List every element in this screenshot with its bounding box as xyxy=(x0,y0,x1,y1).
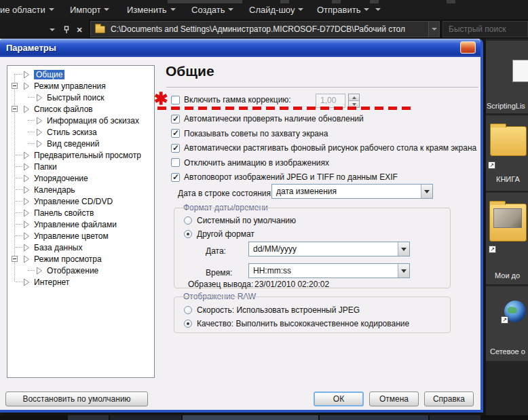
tree-arrow-icon xyxy=(23,174,30,183)
tree-item[interactable]: Режим управления xyxy=(9,80,153,92)
tree-item[interactable]: Предварительный просмотр xyxy=(9,149,153,161)
time-format-combobox[interactable]: HH:mm:ss xyxy=(248,263,410,278)
general-checkbox-list: Автоматически проверять наличие обновлен… xyxy=(171,113,476,187)
checkbox-row[interactable]: Автоматически проверять наличие обновлен… xyxy=(171,113,476,124)
checkbox[interactable] xyxy=(171,129,180,138)
tree-item[interactable]: Управление файлами xyxy=(9,218,153,230)
tree-item[interactable]: База данных xyxy=(9,242,153,253)
tree-item[interactable]: Управление цветом xyxy=(9,230,153,242)
radio-button[interactable] xyxy=(184,320,192,328)
checkbox[interactable] xyxy=(171,115,180,123)
combobox-dropdown-button[interactable] xyxy=(421,185,432,198)
tree-item[interactable]: Интернет xyxy=(9,276,153,288)
tree-item[interactable]: Управление CD/DVD xyxy=(9,195,153,207)
tree-item[interactable]: Режим просмотра xyxy=(9,253,153,265)
radio-label: Качество: Выполнить высококачественное к… xyxy=(197,319,409,328)
status-date-combobox[interactable]: дата изменения xyxy=(271,184,433,199)
raw-display-groupbox: Скорость: Использовать встроенный JPEG К… xyxy=(174,297,451,333)
file-tile-kniga[interactable]: КНИГА xyxy=(486,115,528,191)
chevron-down-icon xyxy=(364,8,369,11)
collapse-minus-icon[interactable] xyxy=(12,83,18,89)
file-tile-scripting[interactable]: ScriptingLis xyxy=(486,41,528,113)
checkbox-row[interactable]: Автоповорот изображений JPEG и TIFF по д… xyxy=(171,172,476,183)
checkbox-row[interactable]: Показывать советы по захвату экрана xyxy=(171,128,476,139)
tree-item-label: Предварительный просмотр xyxy=(34,151,141,160)
chevron-down-icon xyxy=(432,28,437,31)
address-dropdown-button[interactable] xyxy=(428,22,439,37)
quick-search-input[interactable] xyxy=(443,22,527,37)
radio-custom-format[interactable]: Другой формат xyxy=(184,229,254,240)
combobox-value: дата изменения xyxy=(272,187,337,196)
menu-item-send[interactable]: Отправить xyxy=(317,3,369,16)
file-tile-my-documents[interactable]: Мои до xyxy=(486,193,528,284)
combobox-dropdown-button[interactable] xyxy=(398,242,409,256)
checkbox-row[interactable]: Автоматически растягивать фоновый рисуно… xyxy=(171,142,476,153)
tree-item-label: Календарь xyxy=(34,185,75,195)
checkbox-row[interactable]: Отключить анимацию в изображениях xyxy=(171,157,476,168)
radio-button[interactable] xyxy=(184,216,192,225)
toolbar-remnant xyxy=(447,0,455,3)
pin-button[interactable] xyxy=(62,25,71,35)
tree-item[interactable]: Быстрый поиск xyxy=(9,92,153,103)
dialog-close-button[interactable] xyxy=(460,41,476,54)
file-label: Сетевое о xyxy=(490,347,525,356)
radio-raw-speed[interactable]: Скорость: Использовать встроенный JPEG xyxy=(184,305,360,316)
settings-tree-panel: Общие Режим управления Быстрый поиск xyxy=(7,65,155,378)
tree-item[interactable]: Вид сведений xyxy=(9,138,153,149)
menu-item-edit[interactable]: Изменить xyxy=(127,3,176,16)
chevron-down-icon xyxy=(49,8,54,11)
toolbar-overflow-button[interactable] xyxy=(375,3,381,16)
menu-item-slideshow[interactable]: Слайд-шоу xyxy=(249,3,303,16)
tree-item[interactable]: Панель свойств xyxy=(9,207,153,218)
radio-label: Системный по умолчанию xyxy=(197,216,296,225)
tree-item-label: Управление цветом xyxy=(34,231,109,241)
panel-header xyxy=(0,19,89,39)
tree-item[interactable]: Общие xyxy=(9,69,153,80)
file-tile-network[interactable]: Сетевое о xyxy=(486,286,528,361)
dialog-titlebar[interactable]: Параметры xyxy=(0,39,480,57)
chevron-down-icon xyxy=(170,8,176,11)
radio-raw-quality[interactable]: Качество: Выполнить высококачественное к… xyxy=(184,318,409,329)
menu-item-create[interactable]: Создать xyxy=(191,3,233,16)
sample-output-label: Образец вывода: xyxy=(188,280,253,289)
panel-menu-button[interactable] xyxy=(48,25,57,35)
ok-button[interactable]: ОК xyxy=(314,392,364,406)
tree-item[interactable]: Папки xyxy=(9,161,153,172)
checkbox-label: Показывать советы по захвату экрана xyxy=(184,129,328,138)
folder-icon xyxy=(490,126,527,156)
photo-thumbnail xyxy=(493,208,522,228)
panel-close-button[interactable] xyxy=(75,25,84,35)
spin-up-button[interactable] xyxy=(349,94,359,101)
radio-button[interactable] xyxy=(184,306,192,314)
tree-item[interactable]: Упорядочение xyxy=(9,172,153,184)
combobox-dropdown-button[interactable] xyxy=(398,264,409,278)
tree-item[interactable]: Стиль эскиза xyxy=(9,126,153,138)
tree-item[interactable]: Календарь xyxy=(9,184,153,195)
menu-item-areas[interactable]: ие области xyxy=(0,3,54,16)
tree-item[interactable]: Информация об эскизах xyxy=(9,115,153,126)
checkbox[interactable] xyxy=(171,158,180,167)
menu-item-import[interactable]: Импорт xyxy=(70,3,109,16)
gamma-correction-row[interactable]: Включить гамма коррекцию: xyxy=(171,94,291,105)
sample-output-value: 23/01/2010 02:20:02 xyxy=(254,280,329,289)
gamma-checkbox[interactable] xyxy=(171,96,180,104)
chevron-down-icon xyxy=(401,269,407,273)
date-format-combobox[interactable]: dd/MM/yyyy xyxy=(248,242,410,256)
collapse-minus-icon[interactable] xyxy=(12,256,18,262)
address-bar[interactable]: C:\Documents and Settings\Администратор.… xyxy=(90,21,440,37)
checkbox[interactable] xyxy=(171,144,180,153)
checkbox-label: Автоматически проверять наличие обновлен… xyxy=(184,114,364,123)
tree-item[interactable]: Отображение xyxy=(9,265,153,276)
checkbox[interactable] xyxy=(171,173,180,182)
help-button[interactable]: Справка xyxy=(424,392,474,406)
tree-item[interactable]: Список файлов xyxy=(9,103,153,115)
radio-button[interactable] xyxy=(184,230,192,238)
radio-label: Скорость: Использовать встроенный JPEG xyxy=(197,305,360,315)
options-dialog: Параметры Общие xyxy=(0,39,483,413)
collapse-minus-icon[interactable] xyxy=(12,106,18,112)
restore-defaults-button[interactable]: Восстановить по умолчанию xyxy=(5,392,148,406)
cancel-button[interactable]: Отмена xyxy=(369,392,419,406)
gamma-value-input[interactable]: 1,00 xyxy=(316,94,345,108)
radio-system-default[interactable]: Системный по умолчанию xyxy=(184,215,296,226)
tree-item-label: База данных xyxy=(34,243,82,252)
